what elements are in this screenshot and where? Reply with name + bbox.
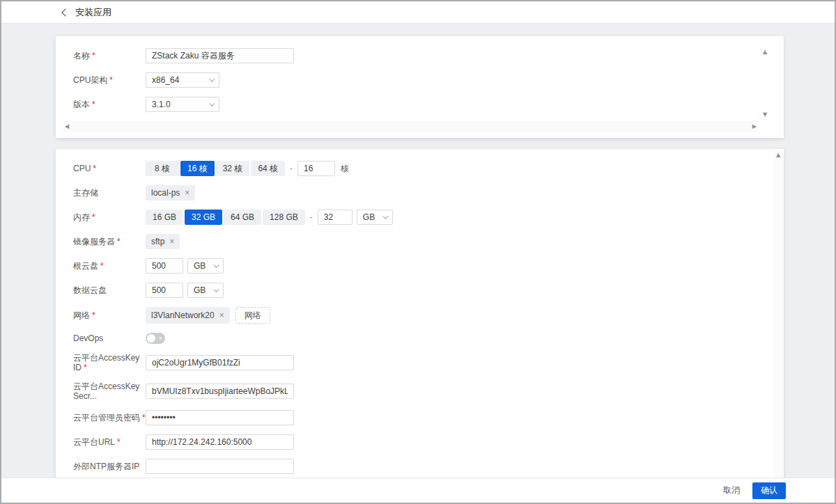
- scroll-right-icon[interactable]: ▶: [752, 123, 757, 130]
- required-mark: *: [92, 310, 95, 320]
- cpu-row: CPU* 8 核 16 核 32 核 64 核 - 核: [73, 161, 784, 176]
- required-mark: *: [117, 237, 121, 246]
- root-disk-unit-select[interactable]: GB: [187, 258, 224, 274]
- cpu-arch-row: CPU架构* x86_64: [73, 72, 784, 88]
- cpu-option-group: 8 核 16 核 32 核 64 核: [146, 161, 285, 176]
- remove-icon[interactable]: ×: [185, 189, 189, 197]
- data-disk-label: 数据云盘: [73, 285, 146, 295]
- scroll-up-icon[interactable]: ▲: [776, 152, 780, 159]
- data-disk-row: 数据云盘 GB: [73, 283, 784, 298]
- basic-info-panel: 名称* CPU架构* x86_64 版本* 3.1.0 ▲ ▼ ◀ ▶: [56, 36, 784, 138]
- required-mark: *: [100, 261, 104, 271]
- chevron-down-icon: [209, 100, 215, 106]
- primary-storage-tag: local-ps ×: [146, 185, 195, 200]
- cpu-option-64[interactable]: 64 核: [251, 161, 285, 176]
- top-panel-horizontal-scrollbar[interactable]: ◀ ▶: [63, 121, 759, 132]
- image-server-label: 镜像服务器*: [73, 237, 146, 246]
- cpu-option-16[interactable]: 16 核: [180, 161, 215, 176]
- network-label: 网络*: [73, 310, 146, 320]
- image-server-tag: sftp ×: [146, 234, 180, 249]
- ntp-server-label: 外部NTP服务器IP: [73, 462, 146, 471]
- cpu-separator: -: [290, 164, 293, 173]
- cpu-unit-label: 核: [341, 163, 349, 175]
- scroll-up-icon[interactable]: ▲: [763, 49, 767, 56]
- access-key-id-label: 云平台AccessKey ID*: [73, 353, 146, 372]
- admin-password-row: 云平台管理员密码*: [73, 410, 784, 425]
- required-mark: *: [92, 100, 95, 109]
- page-header: 安装应用: [1, 1, 835, 24]
- memory-label: 内存*: [73, 212, 146, 222]
- version-row: 版本* 3.1.0: [73, 97, 784, 112]
- main-panel-vertical-scrollbar[interactable]: ▲: [773, 150, 783, 478]
- network-row: 网络* l3VlanNetwork20 × 网络: [73, 307, 784, 324]
- cpu-arch-select[interactable]: x86_64: [146, 72, 219, 88]
- required-mark: *: [142, 413, 146, 423]
- cpu-option-32[interactable]: 32 核: [216, 161, 250, 176]
- access-key-secret-input[interactable]: [146, 384, 294, 399]
- memory-separator: -: [310, 212, 313, 222]
- required-mark: *: [93, 164, 96, 173]
- memory-option-16[interactable]: 16 GB: [146, 210, 183, 225]
- toggle-knob: [147, 334, 155, 342]
- action-footer: 取消 确认: [1, 478, 835, 503]
- name-row: 名称*: [73, 48, 784, 63]
- page-title: 安装应用: [75, 6, 111, 19]
- cpu-custom-input[interactable]: [297, 161, 335, 176]
- admin-password-input[interactable]: [146, 410, 294, 425]
- required-mark: *: [92, 51, 95, 61]
- root-disk-row: 根云盘* GB: [73, 258, 784, 274]
- version-value: 3.1.0: [152, 100, 171, 109]
- root-disk-input[interactable]: [146, 258, 183, 274]
- access-key-id-row: 云平台AccessKey ID*: [73, 353, 784, 372]
- memory-option-128[interactable]: 128 GB: [263, 210, 305, 225]
- name-input[interactable]: [146, 48, 294, 63]
- devops-label: DevOps: [73, 333, 146, 343]
- ntp-server-input[interactable]: [146, 459, 294, 474]
- add-network-button[interactable]: 网络: [235, 307, 270, 324]
- cancel-button[interactable]: 取消: [723, 485, 740, 496]
- root-disk-unit-value: GB: [194, 261, 206, 271]
- data-disk-input[interactable]: [146, 283, 183, 298]
- primary-storage-tag-text: local-ps: [151, 188, 180, 198]
- access-key-id-input[interactable]: [146, 355, 294, 370]
- version-select[interactable]: 3.1.0: [146, 97, 219, 112]
- devops-toggle[interactable]: ×: [146, 333, 165, 344]
- top-panel-vertical-scrollbar[interactable]: ▲ ▼: [760, 49, 770, 118]
- devops-row: DevOps ×: [73, 333, 784, 344]
- scroll-down-icon[interactable]: ▼: [763, 111, 767, 118]
- memory-unit-select[interactable]: GB: [357, 210, 393, 225]
- remove-icon[interactable]: ×: [219, 311, 224, 320]
- cpu-label: CPU*: [73, 164, 146, 173]
- chevron-down-icon: [382, 213, 388, 219]
- access-key-secret-row: 云平台AccessKey Secr...: [73, 381, 784, 401]
- scroll-left-icon[interactable]: ◀: [65, 123, 69, 130]
- cpu-arch-value: x86_64: [152, 75, 179, 85]
- back-icon[interactable]: [61, 8, 69, 16]
- primary-storage-label: 主存储: [73, 188, 146, 198]
- cpu-option-8[interactable]: 8 核: [146, 161, 179, 176]
- network-tag: l3VlanNetwork20 ×: [146, 307, 230, 324]
- required-mark: *: [117, 437, 121, 447]
- required-mark: *: [109, 75, 113, 85]
- config-panel: CPU* 8 核 16 核 32 核 64 核 - 核 主存储 local-ps…: [56, 149, 784, 479]
- name-label: 名称*: [73, 51, 146, 61]
- data-disk-unit-select[interactable]: GB: [187, 283, 224, 298]
- memory-option-32[interactable]: 32 GB: [185, 210, 222, 225]
- root-disk-label: 根云盘*: [73, 261, 146, 271]
- remove-icon[interactable]: ×: [169, 237, 174, 246]
- access-key-secret-label: 云平台AccessKey Secr...: [73, 381, 146, 401]
- primary-storage-row: 主存储 local-ps ×: [73, 185, 784, 200]
- confirm-button[interactable]: 确认: [752, 482, 786, 499]
- platform-url-input[interactable]: [146, 434, 294, 450]
- chevron-down-icon: [209, 76, 215, 81]
- network-tag-text: l3VlanNetwork20: [151, 310, 215, 320]
- required-mark: *: [92, 212, 95, 222]
- chevron-down-icon: [213, 262, 219, 267]
- data-disk-unit-value: GB: [194, 285, 206, 295]
- image-server-tag-text: sftp: [151, 237, 164, 246]
- memory-row: 内存* 16 GB 32 GB 64 GB 128 GB - GB: [73, 210, 784, 225]
- ntp-server-row: 外部NTP服务器IP: [73, 459, 784, 474]
- memory-option-64[interactable]: 64 GB: [224, 210, 261, 225]
- memory-custom-input[interactable]: [318, 210, 353, 225]
- required-mark: *: [84, 363, 87, 372]
